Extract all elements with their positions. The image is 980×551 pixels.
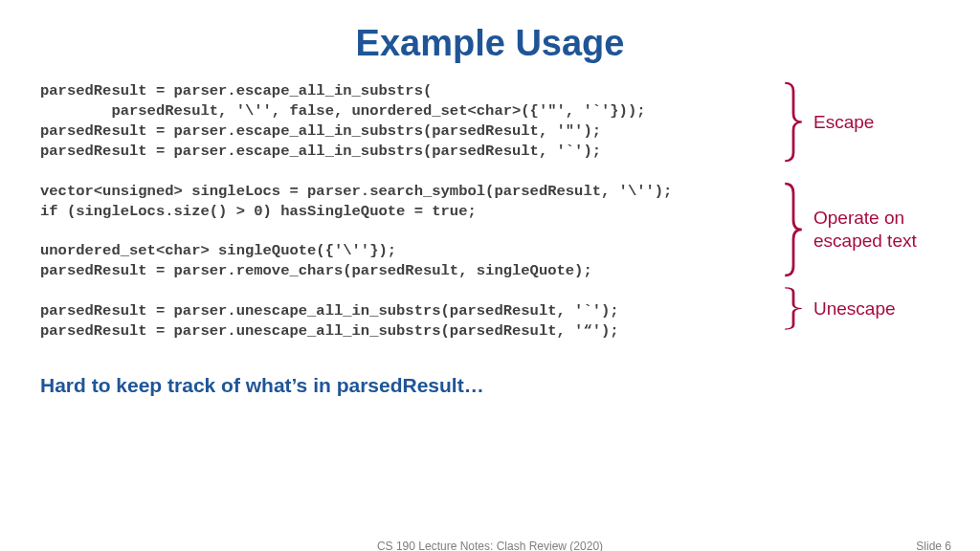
code-column: parsedResult = parser.escape_all_in_subs… [40, 81, 777, 342]
page-title: Example Usage [0, 0, 980, 81]
annotation-label: Operate on escaped text [804, 207, 917, 253]
brace-icon [783, 182, 804, 277]
annotation-column: Escape Operate on escaped text Unescape [777, 81, 959, 330]
annotation-unescape: Unescape [783, 287, 959, 330]
footer-center-text: CS 190 Lecture Notes: Clash Review (2020… [377, 540, 603, 551]
brace-icon [783, 287, 804, 330]
caption-text: Hard to keep track of what’s in parsedRe… [0, 342, 980, 397]
annotation-label: Escape [804, 111, 874, 134]
annotation-label: Unescape [804, 298, 896, 320]
annotation-operate: Operate on escaped text [783, 182, 959, 277]
code-block: parsedResult = parser.escape_all_in_subs… [40, 81, 777, 342]
brace-icon [783, 81, 804, 163]
footer-right-text: Slide 6 [916, 540, 951, 551]
annotation-escape: Escape [783, 81, 959, 163]
content-area: parsedResult = parser.escape_all_in_subs… [0, 81, 980, 342]
